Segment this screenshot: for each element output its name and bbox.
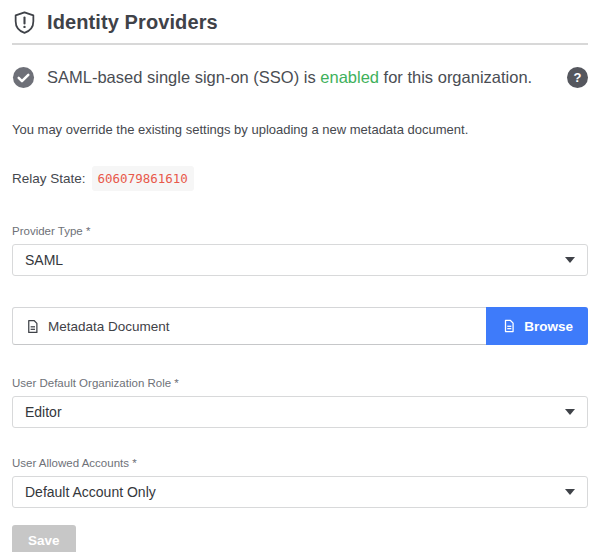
chevron-down-icon xyxy=(565,409,575,415)
page-title: Identity Providers xyxy=(47,11,218,34)
status-text-before: SAML-based single sign-on (SSO) is xyxy=(47,68,320,86)
browse-document-icon xyxy=(501,319,516,334)
status-enabled-highlight: enabled xyxy=(320,68,379,86)
browse-button-label: Browse xyxy=(524,319,573,334)
chevron-down-icon xyxy=(565,257,575,263)
allowed-accounts-label: User Allowed Accounts * xyxy=(12,457,588,469)
sso-status-text: SAML-based single sign-on (SSO) is enabl… xyxy=(47,68,532,87)
identity-providers-page: Identity Providers SAML-based single sig… xyxy=(0,0,600,552)
override-description: You may override the existing settings b… xyxy=(12,122,588,137)
allowed-accounts-value: Default Account Only xyxy=(25,484,156,500)
sso-status-row: SAML-based single sign-on (SSO) is enabl… xyxy=(12,66,588,89)
relay-state-value: 606079861610 xyxy=(92,166,194,191)
help-icon[interactable]: ? xyxy=(567,67,588,88)
relay-state-label: Relay State: xyxy=(12,171,86,186)
org-role-label: User Default Organization Role * xyxy=(12,377,588,389)
metadata-document-upload[interactable]: Metadata Document Browse xyxy=(12,307,588,345)
status-text-after: for this organization. xyxy=(379,68,532,86)
save-button[interactable]: Save xyxy=(12,525,76,552)
document-icon xyxy=(25,319,40,334)
org-role-group: User Default Organization Role * Editor xyxy=(12,377,588,428)
allowed-accounts-group: User Allowed Accounts * Default Account … xyxy=(12,457,588,508)
provider-type-label: Provider Type * xyxy=(12,225,588,237)
check-circle-icon xyxy=(12,66,35,89)
org-role-select[interactable]: Editor xyxy=(12,396,588,428)
chevron-down-icon xyxy=(565,489,575,495)
shield-exclamation-icon xyxy=(12,10,37,35)
header-divider xyxy=(12,43,588,45)
allowed-accounts-select[interactable]: Default Account Only xyxy=(12,476,588,508)
metadata-document-placeholder: Metadata Document xyxy=(48,319,170,334)
metadata-document-field: Metadata Document xyxy=(13,319,182,334)
provider-type-group: Provider Type * SAML xyxy=(12,225,588,276)
relay-state-row: Relay State: 606079861610 xyxy=(12,166,588,191)
browse-button[interactable]: Browse xyxy=(486,307,588,345)
page-header: Identity Providers xyxy=(12,0,588,35)
org-role-value: Editor xyxy=(25,404,62,420)
provider-type-value: SAML xyxy=(25,252,63,268)
provider-type-select[interactable]: SAML xyxy=(12,244,588,276)
